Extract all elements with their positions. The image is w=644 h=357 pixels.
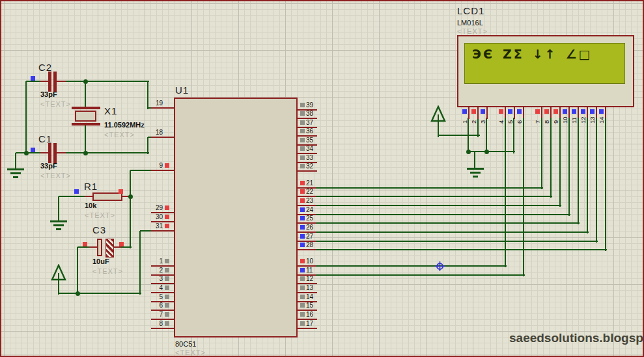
pin-number-13: 13 <box>306 284 313 291</box>
ground-symbol <box>470 172 481 174</box>
u1-ref: U1 <box>175 85 189 96</box>
wire-e[interactable] <box>316 274 525 276</box>
bus-wire-d6[interactable] <box>596 118 597 243</box>
wire-segment[interactable] <box>139 231 141 295</box>
bus-wire-d2[interactable] <box>559 118 561 207</box>
capacitor-plate[interactable] <box>48 72 51 92</box>
u1-pin-stub-31[interactable] <box>151 230 175 231</box>
wire-segment[interactable] <box>130 170 131 248</box>
wire-segment[interactable] <box>59 196 86 197</box>
wire-segment[interactable] <box>85 126 86 154</box>
bus-wire-d3[interactable] <box>568 118 570 216</box>
bus-wire-d0[interactable] <box>541 118 542 189</box>
lcd-custom-glyph-group: ∠□ <box>566 47 593 61</box>
pin-state-indicator <box>165 312 169 317</box>
pin-number-7: 7 <box>143 311 163 318</box>
pin-number-3: 3 <box>143 275 163 282</box>
pin-state-indicator <box>300 164 305 168</box>
bus-wire-d5[interactable] <box>316 231 589 233</box>
capacitor-plate[interactable] <box>53 72 57 92</box>
power-terminal[interactable] <box>50 264 67 281</box>
pin-state-indicator <box>517 109 522 114</box>
bus-wire-d2[interactable] <box>316 205 561 206</box>
pin-number-32: 32 <box>306 163 313 170</box>
junction-dot <box>484 150 489 154</box>
u1-pin-stub-32[interactable] <box>298 170 317 172</box>
lcd-pin-number-7: 7 <box>535 120 541 124</box>
component-lead[interactable] <box>57 152 66 153</box>
crystal-body[interactable] <box>75 111 96 122</box>
pin-state-indicator <box>74 189 79 194</box>
ground-symbol <box>50 220 67 222</box>
lcd-pin-stub-1[interactable] <box>468 107 469 119</box>
u1-pin-stub-9[interactable] <box>151 170 175 171</box>
u1-80c51-chip[interactable] <box>174 98 298 337</box>
junction-dot <box>76 291 80 296</box>
wire-segment[interactable] <box>58 196 59 222</box>
wire-rs[interactable] <box>316 265 507 267</box>
bus-wire-d6[interactable] <box>316 241 598 242</box>
pin-state-indicator <box>581 109 585 114</box>
bus-wire-d4[interactable] <box>316 222 580 224</box>
bus-wire-d3[interactable] <box>316 214 570 215</box>
wire-segment[interactable] <box>147 137 148 154</box>
pin-state-indicator <box>300 216 305 220</box>
wire-e[interactable] <box>523 118 524 276</box>
lcd1-text-placeholder[interactable]: <TEXT> <box>457 27 488 35</box>
u1-pin-stub-8[interactable] <box>151 328 175 329</box>
wire-segment[interactable] <box>63 81 149 82</box>
bus-wire-d1[interactable] <box>316 196 552 197</box>
bus-wire-d0[interactable] <box>316 187 543 189</box>
capacitor-plate[interactable] <box>97 239 102 256</box>
lcd-pin-stub-5[interactable] <box>514 107 515 119</box>
capacitor-plate[interactable] <box>48 143 51 163</box>
crystal-plate[interactable] <box>72 123 100 126</box>
bus-wire-d4[interactable] <box>578 118 579 224</box>
wire-segment[interactable] <box>15 153 16 170</box>
wire-segment[interactable] <box>438 135 480 136</box>
bus-wire-d5[interactable] <box>587 118 588 233</box>
pin-state-indicator <box>165 259 169 263</box>
u1-pin-stub-19[interactable] <box>151 107 175 109</box>
c2-text-placeholder[interactable]: <TEXT> <box>40 100 71 108</box>
lcd-pin-number-5: 5 <box>507 120 514 124</box>
capacitor-plate[interactable] <box>53 143 57 163</box>
bus-wire-d7[interactable] <box>605 118 606 251</box>
wire-segment[interactable] <box>59 293 141 294</box>
pin-state-indicator <box>544 109 549 114</box>
power-terminal[interactable] <box>430 105 447 122</box>
pin-state-indicator <box>300 243 305 247</box>
bus-wire-d7[interactable] <box>316 249 607 250</box>
ground-symbol <box>53 224 64 226</box>
u1-pin-stub-28[interactable] <box>298 249 317 250</box>
x1-text-placeholder[interactable]: <TEXT> <box>104 131 135 139</box>
wire-segment[interactable] <box>77 247 78 295</box>
wire-segment[interactable] <box>77 246 91 248</box>
lcd-pin-number-10: 10 <box>562 116 568 124</box>
wire-rs[interactable] <box>505 118 506 267</box>
crystal-plate[interactable] <box>72 107 100 109</box>
wire-segment[interactable] <box>58 280 59 295</box>
wire-segment[interactable] <box>474 152 475 169</box>
wire-segment[interactable] <box>120 246 132 248</box>
wire-segment[interactable] <box>477 118 479 137</box>
c3-text-placeholder[interactable]: <TEXT> <box>92 267 123 275</box>
u1-pin-stub-17[interactable] <box>298 328 317 329</box>
c1-text-placeholder[interactable]: <TEXT> <box>40 172 71 179</box>
r1-text-placeholder[interactable]: <TEXT> <box>85 211 115 219</box>
wire-segment[interactable] <box>85 81 86 108</box>
lcd-pin-stub-2[interactable] <box>477 107 479 119</box>
wire-segment[interactable] <box>25 81 27 154</box>
pin-state-indicator <box>300 259 305 263</box>
lcd-pin-number-14: 14 <box>598 116 605 124</box>
pin-number-36: 36 <box>306 127 313 135</box>
wire-segment[interactable] <box>63 152 149 153</box>
bus-wire-d1[interactable] <box>550 118 552 198</box>
c2-value: 33pF <box>40 90 57 98</box>
u1-pin-stub-18[interactable] <box>151 137 175 138</box>
c2-ref: C2 <box>38 62 52 73</box>
capacitor-plate-polarized[interactable] <box>105 239 114 258</box>
u1-text-placeholder[interactable]: <TEXT> <box>175 349 206 356</box>
component-lead[interactable] <box>57 81 66 82</box>
lcd-pin-stub-3[interactable] <box>486 107 488 119</box>
